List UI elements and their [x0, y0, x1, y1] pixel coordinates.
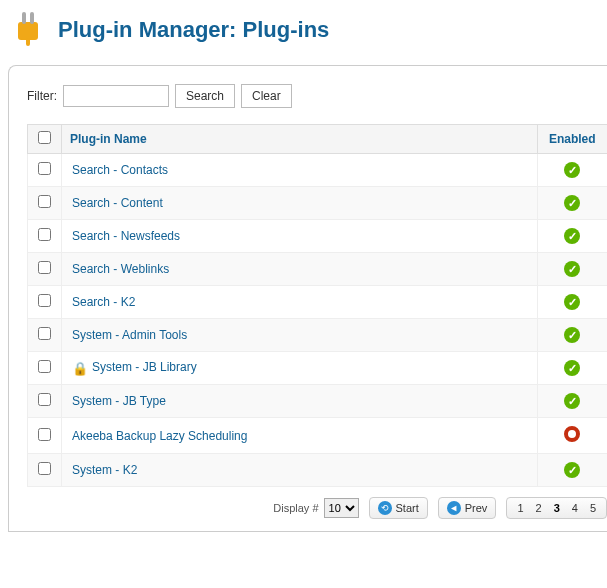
display-label: Display # — [273, 502, 318, 514]
plug-icon — [8, 8, 48, 51]
enabled-icon[interactable]: ✓ — [564, 228, 580, 244]
page-header: Plug-in Manager: Plug-ins — [8, 8, 607, 51]
enabled-icon[interactable]: ✓ — [564, 162, 580, 178]
enabled-icon[interactable]: ✓ — [564, 462, 580, 478]
table-row: 🔒System - JB Library✓ — [28, 352, 608, 385]
row-checkbox[interactable] — [38, 393, 51, 406]
start-arrow-icon: ⟲ — [378, 501, 392, 515]
plugin-link[interactable]: Akeeba Backup Lazy Scheduling — [72, 429, 247, 443]
plugin-link[interactable]: System - Admin Tools — [72, 328, 187, 342]
row-checkbox[interactable] — [38, 294, 51, 307]
row-checkbox[interactable] — [38, 327, 51, 340]
plugin-link[interactable]: Search - K2 — [72, 295, 135, 309]
col-header-check — [28, 125, 62, 154]
row-checkbox[interactable] — [38, 162, 51, 175]
table-row: System - K2✓ — [28, 454, 608, 487]
row-checkbox[interactable] — [38, 228, 51, 241]
pagination-footer: Display # 10 ⟲ Start ◄ Prev 12345 — [27, 497, 607, 519]
page-number[interactable]: 1 — [511, 502, 529, 514]
svg-rect-1 — [22, 12, 26, 24]
col-header-name[interactable]: Plug-in Name — [62, 125, 538, 154]
table-row: Akeeba Backup Lazy Scheduling — [28, 418, 608, 454]
prev-button[interactable]: ◄ Prev — [438, 497, 497, 519]
plugin-link[interactable]: Search - Content — [72, 196, 163, 210]
row-checkbox[interactable] — [38, 195, 51, 208]
plugin-link[interactable]: Search - Contacts — [72, 163, 168, 177]
lock-icon: 🔒 — [72, 361, 88, 376]
row-checkbox[interactable] — [38, 261, 51, 274]
display-select[interactable]: 10 — [324, 498, 359, 518]
col-header-enabled[interactable]: Enabled — [537, 125, 607, 154]
enabled-icon[interactable]: ✓ — [564, 393, 580, 409]
row-checkbox[interactable] — [38, 462, 51, 475]
page-number[interactable]: 3 — [548, 502, 566, 514]
table-row: Search - Contacts✓ — [28, 154, 608, 187]
svg-rect-3 — [26, 38, 30, 46]
page-number[interactable]: 5 — [584, 502, 602, 514]
page-number[interactable]: 4 — [566, 502, 584, 514]
enabled-icon[interactable]: ✓ — [564, 261, 580, 277]
table-row: Search - Weblinks✓ — [28, 253, 608, 286]
row-checkbox[interactable] — [38, 360, 51, 373]
disabled-icon[interactable] — [564, 426, 580, 442]
clear-button[interactable]: Clear — [241, 84, 292, 108]
enabled-icon[interactable]: ✓ — [564, 360, 580, 376]
table-row: Search - Content✓ — [28, 187, 608, 220]
plugin-link[interactable]: System - JB Library — [92, 360, 197, 374]
plugin-link[interactable]: System - K2 — [72, 463, 137, 477]
search-button[interactable]: Search — [175, 84, 235, 108]
table-row: Search - Newsfeeds✓ — [28, 220, 608, 253]
page-number[interactable]: 2 — [530, 502, 548, 514]
display-count: Display # 10 — [273, 498, 358, 518]
enabled-icon[interactable]: ✓ — [564, 195, 580, 211]
plugin-link[interactable]: Search - Weblinks — [72, 262, 169, 276]
filter-bar: Filter: Search Clear — [27, 84, 607, 108]
row-checkbox[interactable] — [38, 428, 51, 441]
enabled-icon[interactable]: ✓ — [564, 327, 580, 343]
start-label: Start — [396, 502, 419, 514]
enabled-icon[interactable]: ✓ — [564, 294, 580, 310]
table-row: System - JB Type✓ — [28, 385, 608, 418]
page-numbers: 12345 — [506, 497, 607, 519]
prev-label: Prev — [465, 502, 488, 514]
page-title: Plug-in Manager: Plug-ins — [58, 17, 329, 43]
plugin-link[interactable]: System - JB Type — [72, 394, 166, 408]
table-row: Search - K2✓ — [28, 286, 608, 319]
select-all-checkbox[interactable] — [38, 131, 51, 144]
filter-input[interactable] — [63, 85, 169, 107]
svg-rect-0 — [18, 22, 38, 40]
svg-rect-2 — [30, 12, 34, 24]
plugin-link[interactable]: Search - Newsfeeds — [72, 229, 180, 243]
filter-label: Filter: — [27, 89, 57, 103]
table-row: System - Admin Tools✓ — [28, 319, 608, 352]
prev-arrow-icon: ◄ — [447, 501, 461, 515]
plugin-table: Plug-in Name Enabled Search - Contacts✓S… — [27, 124, 607, 487]
start-button[interactable]: ⟲ Start — [369, 497, 428, 519]
